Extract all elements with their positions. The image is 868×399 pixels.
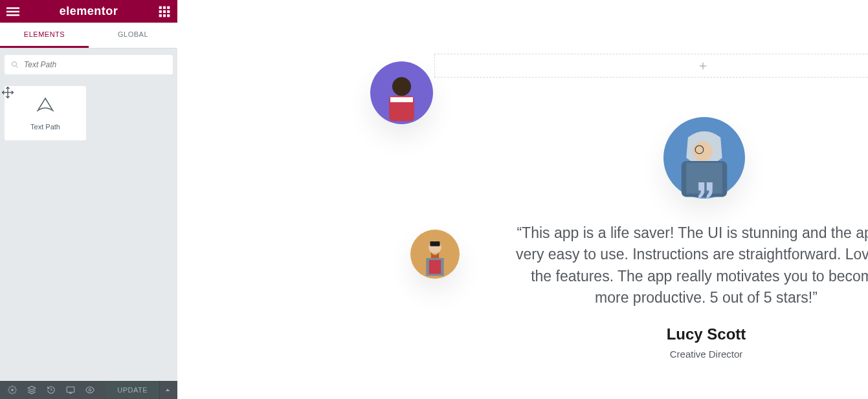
quote-icon [694, 182, 717, 202]
svg-rect-1 [6, 10, 19, 12]
preview-icon[interactable] [80, 381, 100, 399]
plus-icon [698, 61, 708, 71]
search-input[interactable] [24, 60, 166, 69]
sidebar-header: elementor [0, 0, 177, 23]
svg-rect-6 [159, 10, 162, 12]
responsive-icon[interactable] [61, 381, 80, 399]
editor-canvas: “This app is a life saver! The UI is stu… [177, 0, 868, 399]
svg-rect-11 [167, 14, 170, 17]
settings-icon[interactable] [3, 381, 22, 399]
svg-point-18 [89, 389, 91, 391]
svg-point-25 [392, 77, 411, 96]
text-path-icon [36, 96, 55, 115]
search-icon [11, 61, 19, 69]
move-icon [1, 86, 14, 99]
app-logo: elementor [19, 5, 158, 18]
svg-point-12 [12, 62, 17, 67]
apps-icon[interactable] [158, 5, 171, 18]
menu-icon[interactable] [6, 5, 19, 18]
tab-elements[interactable]: ELEMENTS [0, 23, 89, 48]
testimonial-role: Creative Director [512, 349, 868, 360]
svg-line-13 [16, 66, 18, 68]
svg-rect-4 [163, 6, 166, 8]
testimonial-quote: “This app is a life saver! The UI is stu… [512, 222, 868, 308]
update-options-icon[interactable] [159, 381, 175, 399]
widget-label: Text Path [30, 123, 60, 131]
testimonial-block: “This app is a life saver! The UI is stu… [512, 222, 868, 360]
history-icon[interactable] [41, 381, 61, 399]
sidebar-body: Text Path [0, 49, 177, 381]
sidebar-tabs: ELEMENTS GLOBAL [0, 23, 177, 49]
svg-rect-10 [163, 14, 166, 17]
svg-rect-27 [390, 97, 413, 102]
elementor-sidebar: elementor ELEMENTS GLOBAL Text Path UPDA… [0, 0, 177, 399]
svg-rect-9 [159, 14, 162, 17]
widget-text-path[interactable]: Text Path [5, 86, 86, 140]
testimonial-name: Lucy Scott [512, 325, 868, 343]
sidebar-footer: UPDATE [0, 381, 177, 399]
avatar [370, 61, 433, 124]
svg-marker-14 [28, 386, 36, 390]
add-section-drop-zone[interactable] [434, 54, 868, 78]
svg-rect-31 [430, 241, 440, 246]
tab-global[interactable]: GLOBAL [89, 23, 177, 48]
svg-rect-3 [159, 6, 162, 8]
update-button[interactable]: UPDATE [106, 382, 159, 398]
navigator-icon[interactable] [22, 381, 41, 399]
svg-rect-15 [67, 387, 74, 392]
svg-rect-33 [429, 260, 441, 274]
widget-search[interactable] [5, 55, 173, 74]
avatar [410, 230, 460, 279]
svg-rect-0 [6, 7, 19, 9]
svg-rect-2 [6, 14, 19, 16]
svg-rect-5 [167, 6, 170, 8]
svg-marker-19 [165, 389, 170, 391]
svg-rect-8 [167, 10, 170, 12]
svg-rect-7 [163, 10, 166, 12]
